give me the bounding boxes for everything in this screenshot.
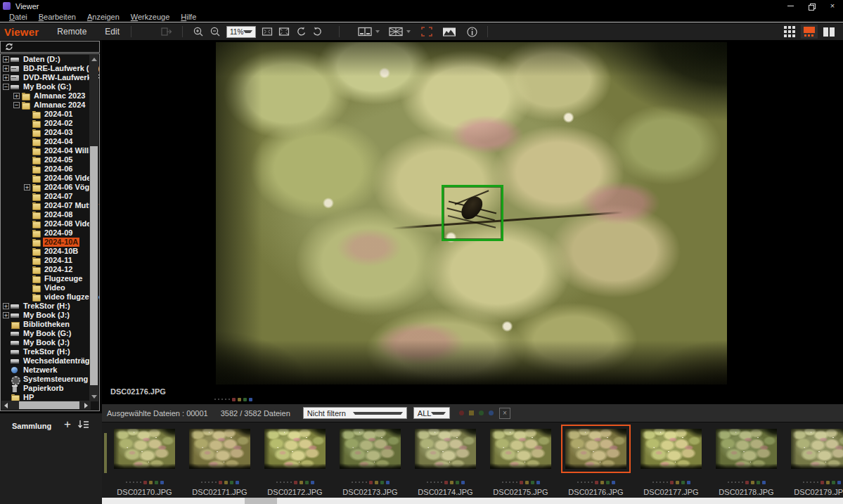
rating-dot[interactable] [441,482,442,483]
filmstrip-thumbnail-dsc02176-jpg[interactable]: DSC02176.JPG [560,422,631,498]
filmstrip-thumbnail-dsc02179-jpg[interactable]: DSC02179.JPG [786,422,843,498]
rating-dot[interactable] [430,482,432,483]
category-dropdown[interactable]: ALL [413,407,450,419]
tree-item-2024-01[interactable]: 2024-01 [1,110,90,119]
tree-item-2024-10a[interactable]: 2024-10A [1,238,90,247]
tree-item-almanac-2024[interactable]: −Almanac 2024 [1,101,90,110]
multi-frame-view-button[interactable] [387,25,404,39]
green-label-filter[interactable] [479,411,484,415]
rating-dot[interactable] [803,482,804,483]
yellow-label-filter[interactable] [469,411,474,415]
rating-dot[interactable] [362,482,363,483]
rating-dot[interactable] [513,482,514,483]
yellow-label-square[interactable] [149,481,153,484]
menu-hilfe[interactable]: Hilfe [175,13,202,21]
rating-dot[interactable] [280,482,281,483]
rating-dot[interactable] [516,482,517,483]
red-label-filter[interactable] [459,411,464,415]
green-label-square[interactable] [243,398,247,401]
tree-item-2024-07-mutter-85[interactable]: 2024-07 Mutter 85 [1,201,90,210]
green-label-square[interactable] [230,481,233,484]
yellow-label-square[interactable] [375,481,378,484]
photo-preview[interactable] [216,42,727,385]
scroll-up-arrow[interactable] [89,55,98,64]
blue-label-filter[interactable] [489,411,494,415]
scrollbar-thumb[interactable] [245,498,277,504]
yellow-label-square[interactable] [676,481,679,484]
rating-dot[interactable] [136,482,138,483]
blue-label-square[interactable] [762,481,766,484]
add-collection-button[interactable]: + [60,418,75,432]
expand-toggle-icon[interactable]: + [13,93,20,99]
clear-filter-button[interactable]: × [499,408,510,419]
rating-dot[interactable] [133,482,134,483]
filmstrip-thumbnail-dsc02177-jpg[interactable]: DSC02177.JPG [636,422,707,498]
blue-label-square[interactable] [837,481,841,484]
rating-dot[interactable] [502,482,503,483]
tree-item-my-book-g[interactable]: −My Book (G:) [1,82,90,91]
expand-toggle-icon[interactable]: − [13,102,20,108]
tree-item-2024-05[interactable]: 2024-05 [1,155,90,164]
grid-view-button[interactable] [781,25,798,39]
rating-dot[interactable] [140,482,141,483]
info-button[interactable] [463,25,480,39]
tab-edit[interactable]: Edit [105,27,120,37]
rating-dot[interactable] [810,482,811,483]
actual-size-button[interactable] [276,25,292,39]
tree-horizontal-scrollbar[interactable] [1,401,91,410]
rating-dot[interactable] [218,399,219,400]
red-label-square[interactable] [369,481,373,484]
tree-item-2024-09[interactable]: 2024-09 [1,228,90,238]
rating-dot[interactable] [290,482,292,483]
tab-remote[interactable]: Remote [57,27,86,37]
rotate-right-button[interactable] [309,25,326,39]
tree-item-papierkorb[interactable]: Papierkorb [1,384,90,393]
green-label-square[interactable] [155,481,158,484]
compare-view-button[interactable] [356,25,373,39]
green-label-square[interactable] [832,481,835,484]
red-label-square[interactable] [745,481,749,484]
tree-item-bd-re-laufwerk-e[interactable]: +BD-RE-Laufwerk (E:) [1,64,90,73]
tree-item-2024-06-v-gel[interactable]: +2024-06 Vögel [1,183,90,192]
zoom-in-button[interactable] [190,25,207,39]
blue-label-square[interactable] [249,398,252,401]
rating-dot[interactable] [437,482,439,483]
close-button[interactable]: × [822,0,843,12]
tree-item-video-flugzeuge[interactable]: video flugzeuge [1,292,90,302]
yellow-label-square[interactable] [826,481,830,484]
tree-item-flugzeuge[interactable]: Flugzeuge [1,274,90,283]
zoom-level-select[interactable]: 11% [226,26,256,38]
filmstrip-thumbnail-dsc02174-jpg[interactable]: DSC02174.JPG [410,422,481,498]
tree-item-2024-08[interactable]: 2024-08 [1,210,90,219]
blue-label-square[interactable] [536,481,540,484]
sort-collection-button[interactable] [77,419,90,430]
tree-item-2024-04-willi[interactable]: 2024-04 Willi [1,146,90,155]
rating-dot[interactable] [738,482,740,483]
tree-item-wechseldatentr-ger-l[interactable]: Wechseldatenträger (L:) [1,356,90,366]
filmstrip-thumbnail-dsc02175-jpg[interactable]: DSC02175.JPG [485,422,556,498]
rating-dot[interactable] [506,482,507,483]
fit-to-window-button[interactable] [259,25,276,39]
yellow-label-square[interactable] [238,398,241,401]
yellow-label-square[interactable] [525,481,529,484]
expand-toggle-icon[interactable]: + [3,75,9,81]
green-label-square[interactable] [606,481,610,484]
menu-datei[interactable]: Datei [4,13,33,21]
yellow-label-square[interactable] [751,481,754,484]
rating-dot[interactable] [126,482,127,483]
green-label-square[interactable] [380,481,384,484]
rating-dot[interactable] [659,482,661,483]
rating-dot[interactable] [205,482,206,483]
scrollbar-thumb[interactable] [90,146,98,385]
chevron-down-icon[interactable] [375,30,380,33]
rating-dot[interactable] [225,399,226,400]
tree-item-2024-03[interactable]: 2024-03 [1,128,90,137]
tree-item-2024-04[interactable]: 2024-04 [1,137,90,146]
yellow-label-square[interactable] [450,481,453,484]
expand-toggle-icon[interactable]: + [3,65,9,72]
rating-dot[interactable] [359,482,360,483]
green-label-square[interactable] [531,481,534,484]
expand-toggle-icon[interactable]: + [3,56,9,63]
scrollbar-thumb[interactable] [19,401,79,409]
filmstrip-thumbnail-dsc02170-jpg[interactable]: DSC02170.JPG [109,422,180,498]
